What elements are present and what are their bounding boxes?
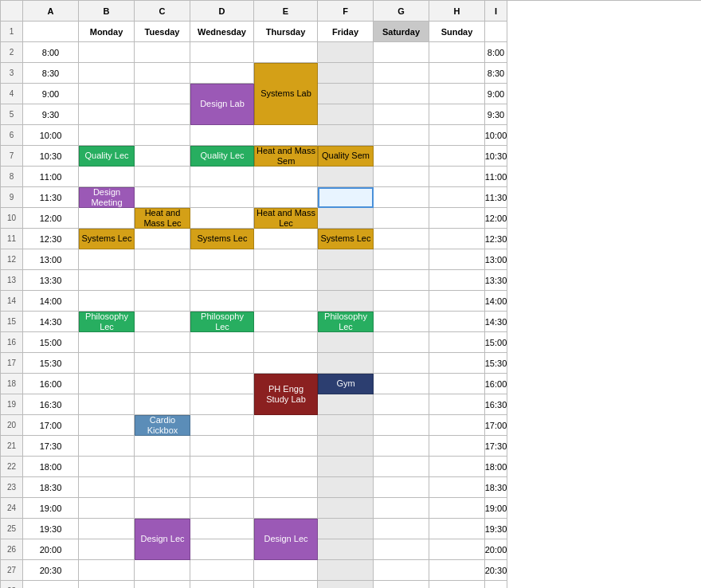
cell-H28[interactable] (374, 581, 429, 588)
cell-D19[interactable] (135, 394, 190, 415)
cell-C16[interactable] (79, 332, 135, 353)
cell-F17[interactable] (254, 353, 318, 374)
event-ph-engg-study-lab-E[interactable]: PH Engg Study Lab (254, 374, 318, 415)
cell-D2[interactable] (135, 42, 190, 63)
cell-I26[interactable] (429, 539, 485, 560)
cell-H15[interactable] (374, 312, 429, 332)
event-quality-lec-D[interactable]: Quality Lec (190, 146, 254, 167)
cell-G20[interactable] (318, 415, 374, 436)
cell-F23[interactable] (254, 477, 318, 498)
cell-H16[interactable] (374, 332, 429, 353)
cell-I18[interactable] (429, 374, 485, 394)
cell-D14[interactable] (135, 291, 190, 312)
cell-E26[interactable] (190, 539, 254, 560)
event-quality-sem-F[interactable]: Quality Sem (318, 146, 374, 167)
cell-E9[interactable] (190, 187, 254, 208)
cell-D18[interactable] (135, 374, 190, 394)
event-gym-F[interactable]: Gym (318, 374, 374, 394)
cell-G2[interactable] (318, 42, 374, 63)
cell-G8[interactable] (318, 167, 374, 187)
cell-E2[interactable] (190, 42, 254, 63)
cell-D6[interactable] (135, 125, 190, 146)
cell-I2[interactable] (429, 42, 485, 63)
event-heat-and-mass-lec-C[interactable]: Heat and Mass Lec (135, 208, 190, 229)
cell-C3[interactable] (79, 63, 135, 84)
cell-I8[interactable] (429, 167, 485, 187)
cell-C5[interactable] (79, 104, 135, 125)
cell-H23[interactable] (374, 477, 429, 498)
cell-I10[interactable] (429, 208, 485, 229)
cell-G4[interactable] (318, 84, 374, 104)
cell-C25[interactable] (79, 519, 135, 539)
cell-I13[interactable] (429, 270, 485, 291)
cell-H17[interactable] (374, 353, 429, 374)
event-quality-lec-B[interactable]: Quality Lec (79, 146, 135, 167)
cell-I3[interactable] (429, 63, 485, 84)
cell-H10[interactable] (374, 208, 429, 229)
cell-C14[interactable] (79, 291, 135, 312)
cell-C6[interactable] (79, 125, 135, 146)
cell-G14[interactable] (318, 291, 374, 312)
cell-F24[interactable] (254, 498, 318, 519)
cell-H27[interactable] (374, 560, 429, 581)
cell-H5[interactable] (374, 104, 429, 125)
cell-G13[interactable] (318, 270, 374, 291)
cell-I28[interactable] (429, 581, 485, 588)
cell-C28[interactable] (79, 581, 135, 588)
cell-H19[interactable] (374, 394, 429, 415)
cell-C2[interactable] (79, 42, 135, 63)
cell-F21[interactable] (254, 436, 318, 457)
cell-C17[interactable] (79, 353, 135, 374)
cell-I27[interactable] (429, 560, 485, 581)
cell-H18[interactable] (374, 374, 429, 394)
cell-I14[interactable] (429, 291, 485, 312)
cell-D27[interactable] (135, 560, 190, 581)
cell-I25[interactable] (429, 519, 485, 539)
cell-G23[interactable] (318, 477, 374, 498)
cell-C21[interactable] (79, 436, 135, 457)
cell-E19[interactable] (190, 394, 254, 415)
cell-E12[interactable] (190, 249, 254, 270)
cell-C4[interactable] (79, 84, 135, 104)
cell-D13[interactable] (135, 270, 190, 291)
cell-G10[interactable] (318, 208, 374, 229)
cell-H13[interactable] (374, 270, 429, 291)
cell-G9[interactable] (318, 187, 374, 208)
cell-C18[interactable] (79, 374, 135, 394)
cell-F27[interactable] (254, 560, 318, 581)
cell-F15[interactable] (254, 312, 318, 332)
cell-G3[interactable] (318, 63, 374, 84)
cell-E23[interactable] (190, 477, 254, 498)
cell-I21[interactable] (429, 436, 485, 457)
cell-E17[interactable] (190, 353, 254, 374)
cell-E25[interactable] (190, 519, 254, 539)
cell-H9[interactable] (374, 187, 429, 208)
event-heat-and-mass-lec-E[interactable]: Heat and Mass Lec (254, 208, 318, 229)
event-philosophy-lec-B[interactable]: Philosophy Lec (79, 312, 135, 332)
event-systems-lec-F[interactable]: Systems Lec (318, 229, 374, 249)
cell-E27[interactable] (190, 560, 254, 581)
event-design-lab-D[interactable]: Design Lab (190, 84, 254, 125)
cell-G17[interactable] (318, 353, 374, 374)
event-design-meeting-B[interactable]: Design Meeting (79, 187, 135, 208)
cell-H21[interactable] (374, 436, 429, 457)
cell-D21[interactable] (135, 436, 190, 457)
cell-D3[interactable] (135, 63, 190, 84)
cell-H3[interactable] (374, 63, 429, 84)
cell-H2[interactable] (374, 42, 429, 63)
cell-F2[interactable] (254, 42, 318, 63)
cell-G28[interactable] (318, 581, 374, 588)
cell-I12[interactable] (429, 249, 485, 270)
cell-E20[interactable] (190, 415, 254, 436)
cell-H25[interactable] (374, 519, 429, 539)
cell-F6[interactable] (254, 125, 318, 146)
cell-D24[interactable] (135, 498, 190, 519)
cell-F12[interactable] (254, 249, 318, 270)
cell-F28[interactable] (254, 581, 318, 588)
event-heat-and-mass-sem-E[interactable]: Heat and Mass Sem (254, 146, 318, 167)
cell-E24[interactable] (190, 498, 254, 519)
cell-H24[interactable] (374, 498, 429, 519)
cell-C23[interactable] (79, 477, 135, 498)
cell-D5[interactable] (135, 104, 190, 125)
cell-D9[interactable] (135, 187, 190, 208)
